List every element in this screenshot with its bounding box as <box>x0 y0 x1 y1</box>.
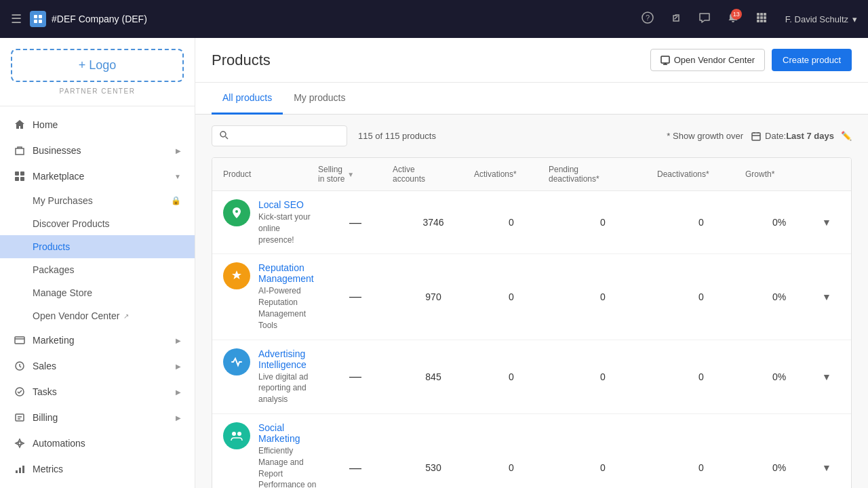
sales-icon <box>14 360 26 372</box>
date-filter[interactable]: Date:Last 7 days ✏️ <box>751 131 852 141</box>
sidebar-label-packages: Packages <box>33 264 74 275</box>
row-expand-btn[interactable]: ▼ <box>813 217 840 228</box>
sidebar-label-billing: Billing <box>33 412 58 423</box>
cell-activations: 0 <box>474 217 549 228</box>
product-info-advertising: Advertising Intelligence Live digital ad… <box>258 348 318 405</box>
edit-date-icon[interactable]: ✏️ <box>841 131 852 141</box>
sidebar-label-home: Home <box>33 119 58 130</box>
notifications-icon[interactable]: 13 <box>723 7 743 30</box>
col-selling[interactable]: Sellingin store ▼ <box>318 165 393 184</box>
tab-all-products[interactable]: All products <box>212 83 283 115</box>
sidebar-label-my-purchases: My Purchases <box>33 195 93 206</box>
row-expand-btn[interactable]: ▼ <box>813 291 840 302</box>
search-input[interactable] <box>233 131 334 141</box>
sidebar-item-my-purchases[interactable]: My Purchases 🔒 <box>0 189 195 212</box>
cell-selling: — <box>318 216 393 230</box>
sidebar-item-discover-products[interactable]: Discover Products <box>0 212 195 235</box>
header-actions: Open Vendor Center Create product <box>650 49 852 71</box>
cell-growth: 0% <box>745 291 813 302</box>
product-desc: Kick-start your online presence! <box>258 211 318 245</box>
row-expand-btn[interactable]: ▼ <box>813 462 840 473</box>
cell-activations: 0 <box>474 371 549 382</box>
col-deactivations: Deactivations* <box>657 169 745 179</box>
sort-icon: ▼ <box>347 171 354 178</box>
company-logo: #DEF Company (DEF) <box>30 11 147 27</box>
lock-icon: 🔒 <box>171 196 181 205</box>
chat-icon[interactable] <box>694 7 715 30</box>
table-row[interactable]: Advertising Intelligence Live digital ad… <box>212 340 851 414</box>
cell-selling: — <box>318 369 393 384</box>
businesses-icon <box>14 144 26 157</box>
product-name[interactable]: Reputation Management <box>258 262 318 284</box>
svg-rect-18 <box>15 177 19 181</box>
table-row[interactable]: Social Marketing Efficiently Manage and … <box>212 414 851 488</box>
sidebar-item-products[interactable]: Products <box>0 235 195 258</box>
product-info-reputation: Reputation Management AI-Powered Reputat… <box>258 262 318 331</box>
product-desc: AI-Powered Reputation Management Tools <box>258 285 318 331</box>
product-name[interactable]: Social Marketing <box>258 422 318 444</box>
sidebar-item-metrics[interactable]: Metrics <box>0 456 195 482</box>
cell-pending: 0 <box>549 217 657 228</box>
svg-rect-26 <box>22 466 24 473</box>
table-row[interactable]: Reputation Management AI-Powered Reputat… <box>212 254 851 340</box>
sidebar-item-packages[interactable]: Packages <box>0 258 195 281</box>
open-vendor-center-button[interactable]: Open Vendor Center <box>650 49 765 71</box>
cell-activations: 0 <box>474 291 549 302</box>
product-icon-reputation <box>223 262 250 289</box>
cell-active: 3746 <box>393 217 474 228</box>
svg-rect-14 <box>764 20 766 22</box>
sidebar-item-manage-store[interactable]: Manage Store <box>0 281 195 304</box>
sidebar-item-marketing[interactable]: Marketing ▶ <box>0 327 195 353</box>
col-activations: Activations* <box>474 169 549 179</box>
sidebar-item-home[interactable]: Home <box>0 112 195 138</box>
content-header: Products Open Vendor Center Create produ… <box>195 38 868 83</box>
cell-active: 530 <box>393 462 474 473</box>
svg-rect-12 <box>757 20 760 22</box>
product-icon-local-seo <box>223 199 250 226</box>
apps-icon[interactable] <box>751 7 772 30</box>
help-icon[interactable]: ? <box>637 7 658 30</box>
cell-pending: 0 <box>549 371 657 382</box>
sidebar-item-billing[interactable]: Billing ▶ <box>0 405 195 430</box>
cell-deactivations: 0 <box>657 217 745 228</box>
sidebar-item-sales[interactable]: Sales ▶ <box>0 353 195 379</box>
hamburger-menu[interactable]: ☰ <box>11 12 22 26</box>
svg-rect-11 <box>764 16 766 19</box>
sidebar-item-marketplace[interactable]: Marketplace ▼ <box>0 163 195 189</box>
partner-label: PARTNER CENTER <box>11 87 184 95</box>
sidebar-label-tasks: Tasks <box>33 386 57 397</box>
product-count: 115 of 115 products <box>355 131 658 141</box>
sidebar-item-administration[interactable]: Administration <box>0 482 195 488</box>
product-name[interactable]: Advertising Intelligence <box>258 348 318 370</box>
svg-line-30 <box>226 137 229 140</box>
product-name[interactable]: Local SEO <box>258 199 318 210</box>
product-cell-reputation: Reputation Management AI-Powered Reputat… <box>223 262 318 331</box>
search-box[interactable] <box>212 125 347 146</box>
sidebar-item-automations[interactable]: Automations <box>0 430 195 456</box>
user-menu[interactable]: F. David Schultz ▾ <box>785 14 857 24</box>
sidebar-item-open-vendor-center[interactable]: Open Vendor Center ↗ <box>0 304 195 327</box>
table-row[interactable]: Local SEO Kick-start your online presenc… <box>212 191 851 254</box>
tab-my-products[interactable]: My products <box>283 83 356 115</box>
marketing-arrow: ▶ <box>176 337 181 344</box>
billing-arrow: ▶ <box>176 414 181 422</box>
svg-point-29 <box>220 131 226 137</box>
sidebar-item-businesses[interactable]: Businesses ▶ <box>0 138 195 163</box>
create-product-button[interactable]: Create product <box>772 49 852 71</box>
svg-rect-28 <box>661 56 669 63</box>
sidebar-label-metrics: Metrics <box>33 464 63 474</box>
link-icon[interactable] <box>666 7 686 30</box>
sidebar-item-tasks[interactable]: Tasks ▶ <box>0 379 195 405</box>
col-product: Product <box>223 169 318 179</box>
col-active: Activeaccounts <box>393 165 474 184</box>
row-expand-btn[interactable]: ▼ <box>813 371 840 382</box>
tabs-bar: All products My products <box>195 83 868 115</box>
partner-logo[interactable]: + Logo <box>11 49 184 82</box>
sidebar-label-businesses: Businesses <box>33 145 81 156</box>
product-info-social: Social Marketing Efficiently Manage and … <box>258 422 318 488</box>
svg-point-33 <box>237 432 241 436</box>
svg-text:?: ? <box>646 14 650 22</box>
cell-growth: 0% <box>745 217 813 228</box>
svg-rect-2 <box>34 20 37 23</box>
cell-active: 970 <box>393 291 474 302</box>
